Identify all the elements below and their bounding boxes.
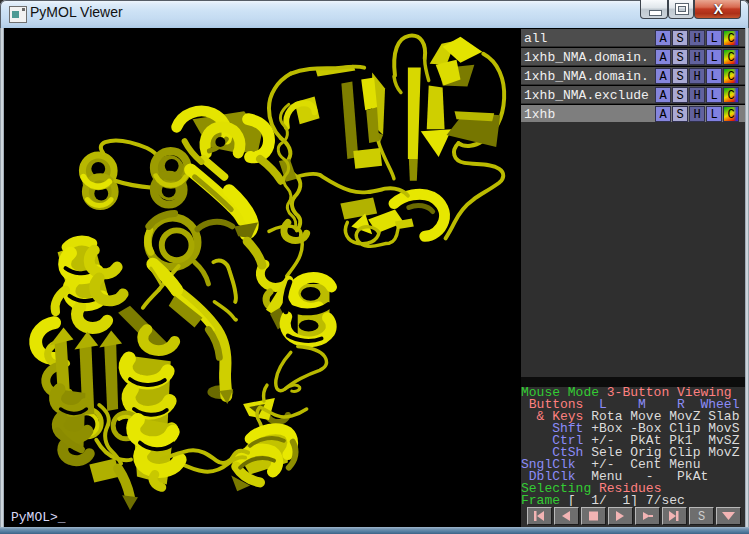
- svg-text:S: S: [698, 510, 705, 524]
